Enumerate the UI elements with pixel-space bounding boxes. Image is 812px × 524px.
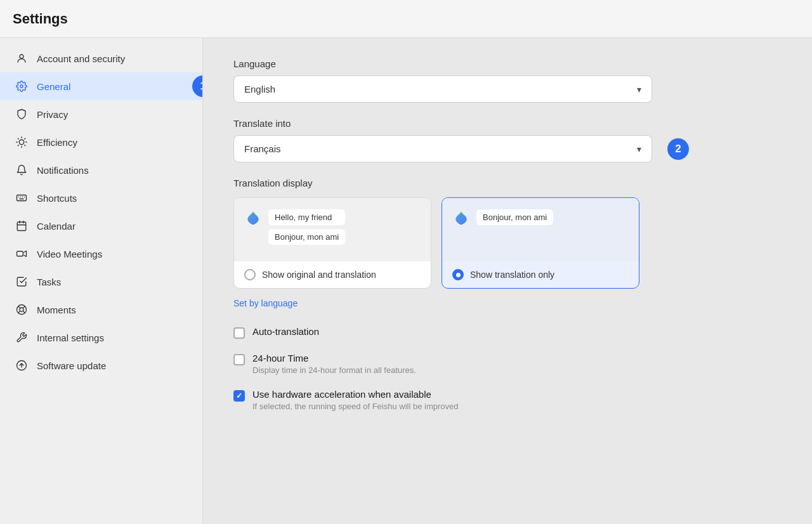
svg-point-2 — [19, 140, 24, 145]
auto-translation-content: Auto-translation — [252, 326, 319, 337]
sidebar-item-software-update[interactable]: Software update — [0, 351, 202, 379]
bubble-translated: Bonjour, mon ami — [268, 229, 345, 245]
radio-label-translation-only: Show translation only — [470, 270, 554, 280]
hour24-content: 24-hour Time Display time in 24-hour for… — [252, 353, 416, 375]
set-by-language-link[interactable]: Set by language — [233, 298, 298, 308]
chevron-down-icon-2: ▾ — [637, 144, 641, 154]
preview-bubbles-translation: Bonjour, mon ami — [476, 209, 553, 225]
shield-icon — [15, 108, 28, 120]
update-icon — [15, 360, 28, 371]
sidebar: Account and security General 1 Privacy — [0, 38, 203, 524]
translate-into-value: Français — [244, 143, 281, 154]
sidebar-item-account[interactable]: Account and security — [0, 44, 202, 72]
bubble-translation-only: Bonjour, mon ami — [476, 209, 553, 225]
svg-rect-21 — [17, 251, 23, 256]
sidebar-item-efficiency[interactable]: Efficiency — [0, 128, 202, 156]
sidebar-item-general[interactable]: General 1 — [0, 72, 202, 100]
auto-translation-label: Auto-translation — [252, 326, 319, 337]
radio-btn-translation-only[interactable] — [452, 269, 464, 280]
sidebar-label-shortcuts: Shortcuts — [37, 193, 77, 204]
svg-line-27 — [18, 311, 20, 313]
sidebar-label-general: General — [37, 81, 70, 92]
sidebar-label-internal: Internal settings — [37, 332, 104, 343]
radio-card-translation-only[interactable]: Bonjour, mon ami Show translation only — [442, 197, 639, 289]
hour24-desc: Display time in 24-hour format in all fe… — [252, 365, 416, 375]
badge-1: 1 — [192, 75, 203, 97]
translation-display-options: Hello, my friend Bonjour, mon ami Show o… — [233, 197, 782, 289]
gear-icon — [15, 81, 28, 92]
hardware-label: Use hardware acceleration when available — [252, 389, 458, 400]
preview-bubbles-original: Hello, my friend Bonjour, mon ami — [268, 209, 345, 245]
feishu-logo-2 — [452, 209, 470, 227]
sidebar-item-privacy[interactable]: Privacy — [0, 100, 202, 128]
translate-into-row: Français ▾ 2 — [233, 135, 782, 162]
translate-into-label: Translate into — [233, 118, 782, 129]
sidebar-label-calendar: Calendar — [37, 221, 75, 232]
person-icon — [15, 53, 28, 64]
sidebar-label-account: Account and security — [37, 53, 125, 64]
radio-label-original: Show original and translation — [262, 270, 376, 280]
hardware-desc: If selected, the running speed of Feishu… — [252, 402, 458, 411]
radio-preview-translation-only: Bonjour, mon ami — [442, 198, 639, 261]
calendar-icon — [15, 220, 28, 232]
sidebar-label-notifications: Notifications — [37, 165, 89, 176]
sidebar-item-shortcuts[interactable]: Shortcuts — [0, 184, 202, 212]
translation-display-label: Translation display — [233, 178, 782, 188]
radio-footer-original: Show original and translation — [234, 261, 431, 288]
video-icon — [15, 248, 28, 259]
svg-rect-17 — [17, 222, 26, 231]
radio-preview-original: Hello, my friend Bonjour, mon ami — [234, 198, 431, 261]
header: Settings — [0, 0, 812, 38]
language-label: Language — [233, 58, 782, 69]
svg-line-5 — [18, 138, 18, 139]
sidebar-item-internal[interactable]: Internal settings — [0, 324, 202, 351]
sidebar-item-calendar[interactable]: Calendar — [0, 212, 202, 240]
svg-line-10 — [25, 138, 25, 139]
sidebar-item-tasks[interactable]: Tasks — [0, 268, 202, 296]
sidebar-item-video-meetings[interactable]: Video Meetings — [0, 240, 202, 268]
bell-icon — [15, 164, 28, 176]
hardware-checkbox[interactable] — [233, 390, 245, 402]
svg-point-0 — [20, 55, 23, 58]
hour24-label: 24-hour Time — [252, 353, 416, 364]
language-dropdown[interactable]: English ▾ — [233, 75, 652, 103]
svg-line-24 — [18, 306, 20, 308]
hour24-row: 24-hour Time Display time in 24-hour for… — [233, 353, 782, 375]
sidebar-label-tasks: Tasks — [37, 277, 61, 287]
tasks-icon — [15, 276, 28, 287]
auto-translation-row: Auto-translation — [233, 326, 782, 339]
svg-line-6 — [25, 145, 25, 146]
svg-line-9 — [18, 145, 18, 146]
radio-footer-translation-only: Show translation only — [442, 261, 639, 288]
content-area: Language English ▾ Translate into França… — [203, 38, 812, 524]
sidebar-label-efficiency: Efficiency — [37, 137, 77, 148]
radio-card-original[interactable]: Hello, my friend Bonjour, mon ami Show o… — [233, 197, 431, 289]
svg-point-1 — [20, 85, 23, 88]
translate-into-dropdown[interactable]: Français ▾ — [233, 135, 652, 162]
auto-translation-checkbox[interactable] — [233, 327, 245, 339]
sidebar-item-notifications[interactable]: Notifications — [0, 156, 202, 184]
svg-line-25 — [23, 311, 25, 313]
bulb-icon — [15, 136, 28, 148]
hardware-content: Use hardware acceleration when available… — [252, 389, 458, 411]
language-value: English — [244, 84, 275, 95]
main-layout: Account and security General 1 Privacy — [0, 38, 812, 524]
svg-rect-11 — [17, 195, 27, 201]
sidebar-label-privacy: Privacy — [37, 109, 68, 120]
radio-btn-original[interactable] — [244, 269, 256, 280]
chevron-down-icon: ▾ — [637, 84, 641, 95]
page-title: Settings — [13, 11, 68, 27]
keyboard-icon — [15, 192, 28, 204]
hardware-row: Use hardware acceleration when available… — [233, 389, 782, 411]
moments-icon — [15, 304, 28, 315]
sidebar-item-moments[interactable]: Moments — [0, 296, 202, 324]
bubble-original: Hello, my friend — [268, 209, 345, 225]
sidebar-label-moments: Moments — [37, 305, 76, 315]
hour24-checkbox[interactable] — [233, 354, 245, 365]
feishu-logo-1 — [244, 209, 262, 227]
svg-line-26 — [23, 306, 25, 308]
badge-2: 2 — [667, 138, 689, 160]
sidebar-label-video-meetings: Video Meetings — [37, 249, 102, 259]
sidebar-label-software-update: Software update — [37, 360, 106, 371]
wrench-icon — [15, 332, 28, 343]
